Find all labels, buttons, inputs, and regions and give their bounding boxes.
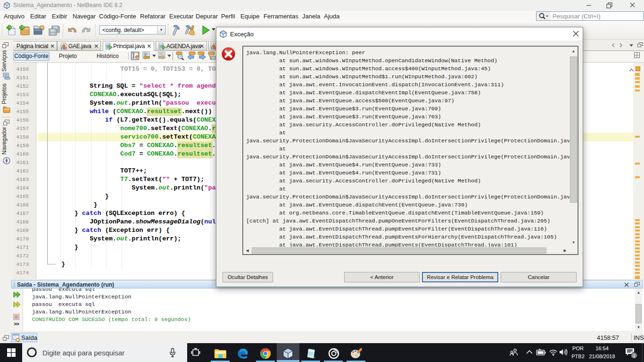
svg-text:1: 1 — [633, 354, 635, 358]
